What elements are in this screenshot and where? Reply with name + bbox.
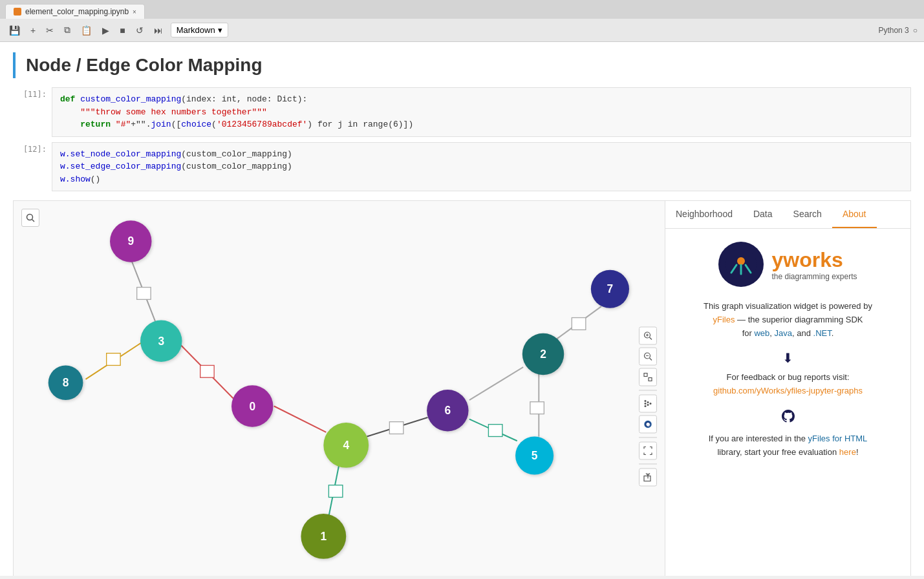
yworks-name: yworks [771,248,843,272]
cell-12-content[interactable]: w.set_node_color_mapping(custom_color_ma… [52,142,911,192]
cell-11: [11]: def custom_color_mapping(index: in… [13,85,911,140]
cut-button[interactable]: ✂ [43,24,56,37]
svg-point-43 [650,403,652,405]
cell-12-number: [12]: [13,142,52,154]
svg-text:4: 4 [343,439,349,452]
svg-text:3: 3 [158,335,164,348]
fast-forward-button[interactable]: ⏭ [151,24,166,37]
graph-toolbar: ⚙ [639,326,657,486]
add-cell-button[interactable]: + [28,24,38,37]
svg-line-30 [650,337,652,340]
cell-type-label: Markdown [177,25,215,35]
svg-rect-36 [644,373,647,376]
edge-0-4 [274,406,327,432]
feedback-text: For feedback or bug reports visit: githu… [678,371,897,398]
toolbar-separator-2 [639,437,657,437]
here-link[interactable]: here [839,447,856,457]
svg-point-42 [647,404,649,406]
net-link[interactable]: .NET [813,328,832,338]
svg-text:2: 2 [540,348,546,361]
kernel-info: Python 3 ○ [878,26,918,35]
tab-nav: Neighborhood Data Search About [665,201,910,229]
svg-text:7: 7 [205,368,210,377]
yfiles-html-link[interactable]: yFiles for HTML [808,434,868,443]
cell-type-dropdown[interactable]: Markdown ▾ [171,23,228,37]
tab-neighborhood[interactable]: Neighborhood [665,201,743,228]
kernel-label: Python 3 [878,26,908,35]
github-icon [678,408,897,427]
svg-rect-47 [644,476,650,481]
run-button[interactable]: ▶ [100,24,112,37]
svg-text:7: 7 [607,282,614,295]
svg-text:G: G [575,320,582,330]
svg-line-1 [32,220,35,222]
download-icon-section: ⬇ For feedback or bug reports visit: git… [678,350,897,398]
search-icon [26,213,35,222]
svg-point-39 [645,403,647,405]
notebook: Node / Edge Color Mapping [11]: def cust… [0,42,924,576]
notebook-title: Node / Edge Color Mapping [26,55,263,76]
svg-text:8: 8 [394,424,398,434]
edge-6-2 [469,367,523,400]
svg-point-40 [645,405,647,407]
java-link[interactable]: Java [775,328,792,338]
svg-text:6: 6 [444,404,451,417]
notebook-accent-bar [13,52,16,78]
svg-text:1: 1 [320,530,327,543]
sidebar-panel: Neighborhood Data Search About [665,201,910,576]
widget-area: 6 6 7 8 4 [13,200,911,576]
about-description: This graph visualization widget is power… [678,300,897,340]
toolbar-separator-1 [639,390,657,390]
yfiles-link[interactable]: yFiles [713,315,735,324]
yworks-brand: yworks the diagramming experts [771,248,857,281]
restart-button[interactable]: ↺ [133,24,146,37]
tab-about[interactable]: About [832,201,877,228]
browser-tab[interactable]: element_color_mapping.ipynb × [5,4,145,19]
svg-line-34 [650,358,652,361]
tab-icon [14,8,21,16]
github-link[interactable]: github.com/yWorks/yfiles-jupyter-graphs [713,386,863,395]
tab-bar: element_color_mapping.ipynb × [0,0,924,19]
svg-point-38 [645,400,647,402]
graph-panel[interactable]: 6 6 7 8 4 [14,201,665,576]
svg-rect-37 [649,377,652,381]
paste-button[interactable]: 📋 [78,24,94,37]
yworks-tagline: the diagramming experts [771,272,857,281]
github-icon-section: If you are interested in the yFiles for … [678,408,897,459]
svg-text:8: 8 [63,376,69,389]
layout-button[interactable] [639,394,657,412]
stop-button[interactable]: ■ [117,24,127,37]
zoom-out-button[interactable] [639,347,657,365]
svg-point-55 [737,257,745,265]
tab-title: element_color_mapping.ipynb [25,7,129,16]
settings-button[interactable]: ⚙ [639,415,657,433]
eval-text: If you are interested in the yFiles for … [678,432,897,459]
svg-text:6: 6 [111,355,116,365]
svg-text:9: 9 [127,235,134,247]
cell-11-content[interactable]: def custom_color_mapping(index: int, nod… [52,87,911,137]
svg-text:4: 4 [333,487,338,497]
fit-view-button[interactable] [639,368,657,386]
tab-data[interactable]: Data [743,201,783,228]
yworks-circle-logo [718,242,764,287]
tab-search[interactable]: Search [783,201,832,228]
toolbar-separator-3 [639,463,657,464]
svg-text:0: 0 [249,400,255,413]
web-link[interactable]: web [754,328,769,338]
yworks-logo: yworks the diagramming experts [678,242,897,287]
svg-text:5: 5 [532,449,538,462]
svg-text:9: 9 [493,426,497,436]
toolbar: 💾 + ✂ ⧉ 📋 ▶ ■ ↺ ⏭ Markdown ▾ Python 3 ○ [0,19,924,41]
svg-text:⚙: ⚙ [646,421,650,427]
save-button[interactable]: 💾 [6,24,23,37]
download-icon: ⬇ [678,350,897,366]
graph-svg: 6 6 7 8 4 [14,201,665,576]
fullscreen-button[interactable] [639,441,657,459]
export-button[interactable] [639,468,657,486]
copy-button[interactable]: ⧉ [61,23,73,37]
svg-point-0 [27,215,33,220]
zoom-in-button[interactable] [639,326,657,344]
search-button[interactable] [21,209,39,227]
tab-close-btn[interactable]: × [133,8,136,16]
svg-text:6: 6 [142,290,146,299]
